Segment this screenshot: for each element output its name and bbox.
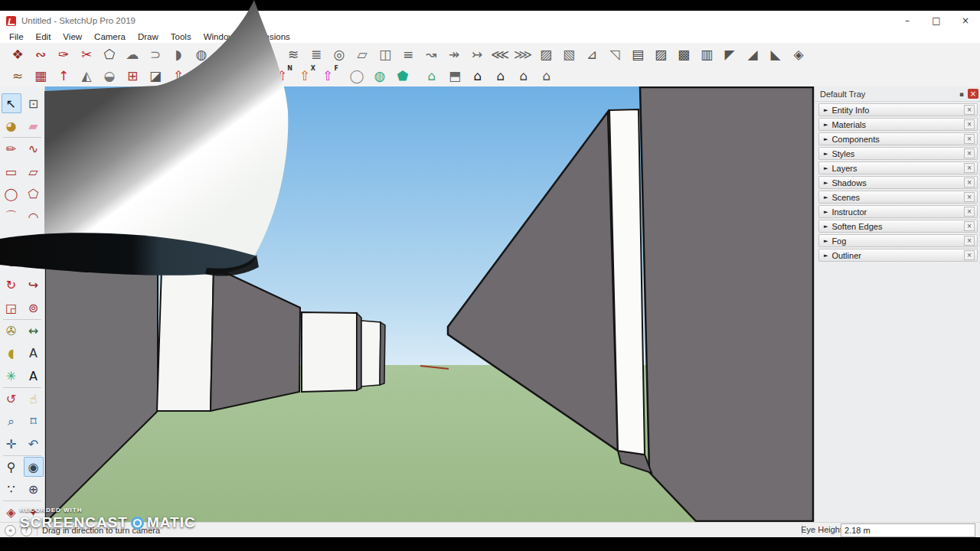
arc-3pt-tool[interactable]: ⌓ [2,230,21,249]
mesh-box-icon[interactable]: ▦ [236,44,259,64]
view-left-icon[interactable]: ⌂ [535,66,558,86]
slope-arrow-2-icon[interactable]: ↠ [443,44,466,64]
menu-view[interactable]: View [57,31,88,43]
triangle-ruler-icon[interactable]: ◺ [259,44,282,64]
hatch-square-4-icon[interactable]: ▥ [695,44,718,64]
loft-waves-1-icon[interactable]: ≋ [282,44,305,64]
axes-tool[interactable]: ✳ [2,366,21,386]
sandbox-add-detail-icon[interactable]: ⊞ [121,66,144,86]
select-tool[interactable]: ↖ [2,93,21,113]
fold-corner-2-icon[interactable]: ◹ [603,44,626,64]
pipe-curve-icon[interactable]: ⊃ [144,44,167,64]
diamond-tool-icon[interactable]: ◈ [787,44,810,64]
menu-edit[interactable]: Edit [30,31,57,43]
3d-text-tool[interactable]: A [24,366,44,386]
expand-arrow-icon[interactable]: ► [824,223,828,230]
expand-arrow-icon[interactable]: ► [824,253,828,259]
tray-item-close-button[interactable]: × [964,134,975,144]
sandbox-drape-icon[interactable]: ◒ [98,66,121,86]
menu-draw[interactable]: Draw [132,31,165,43]
menu-tools[interactable]: Tools [165,31,198,43]
tray-item-outliner[interactable]: ►Outliner× [818,249,978,262]
tray-item-soften-edges[interactable]: ►Soften Edges× [818,220,978,233]
geolocation-icon[interactable]: ⌖ [5,525,16,536]
arc-segment-icon[interactable]: ⊂ [213,44,236,64]
tray-item-close-button[interactable]: × [964,119,975,129]
instant-wall-x-icon[interactable]: ⇧X [293,66,316,86]
view-front-icon[interactable]: ⌂ [466,66,489,86]
zoom-extents-tool[interactable]: ✛ [2,435,21,455]
hatch-square-2-icon[interactable]: ▨ [649,44,672,64]
wall-right-near[interactable] [640,87,813,521]
shell-surface-icon[interactable]: ◗ [167,44,190,64]
hatch-wedge-2-icon[interactable]: ◢ [741,44,764,64]
tray-item-layers[interactable]: ►Layers× [818,161,978,174]
expand-arrow-icon[interactable]: ► [824,165,828,171]
zoom-tool[interactable]: ⌕ [2,412,21,432]
expand-arrow-icon[interactable]: ► [824,122,828,128]
tray-close-button[interactable]: × [968,89,978,99]
artisan-icon[interactable]: ⬟ [391,66,414,86]
polygon-tool[interactable]: ⬠ [24,184,44,204]
eye-height-input[interactable] [841,523,975,537]
push-face-icon[interactable]: ⇧ [167,66,190,86]
scale-tool[interactable]: ◲ [2,298,21,318]
expand-arrow-icon[interactable]: ► [824,209,828,215]
move-tool[interactable]: ✥ [2,253,21,272]
rectangle-tool[interactable]: ▭ [2,161,21,181]
polygon-edit-icon[interactable]: ⬠ [98,44,121,64]
push-pull-tool[interactable]: ↥ [24,253,44,272]
menu-window[interactable]: Window [198,31,241,43]
section-plane-tool[interactable]: ⊕ [24,480,44,500]
zoom-previous-tool[interactable]: ↶ [24,435,44,455]
bezier-curve-icon[interactable]: ∾ [29,44,52,64]
stack-sheets-icon[interactable]: ≡ [397,44,420,64]
freehand-tool[interactable]: ∿ [24,139,44,158]
text-tool[interactable]: A [24,344,44,364]
dimension-tool[interactable]: ↔ [24,321,44,341]
expand-arrow-icon[interactable]: ► [824,136,828,142]
drop-tool-icon[interactable]: ◍ [368,66,391,86]
ramp-profile-icon[interactable]: ⋘ [488,44,511,64]
loft-ring-icon[interactable]: ◎ [328,44,351,64]
box-b-front-face[interactable] [157,267,214,411]
menu-camera[interactable]: Camera [88,31,132,43]
tray-pin-icon[interactable]: ▪ [959,90,964,98]
tray-item-close-button[interactable]: × [964,221,975,231]
slope-arrow-1-icon[interactable]: ↝ [420,44,443,64]
credits-icon[interactable]: ? [21,525,32,536]
tray-item-close-button[interactable]: × [964,178,975,187]
fold-sheet-icon[interactable]: ◫ [374,44,397,64]
paint-bucket-tool[interactable]: ◕ [2,116,21,136]
offset-tool[interactable]: ⊚ [24,298,44,318]
line-tool[interactable]: ✏ [2,139,21,158]
expand-arrow-icon[interactable]: ► [824,194,828,201]
hatch-square-3-icon[interactable]: ▩ [672,44,695,64]
expand-arrow-icon[interactable]: ► [824,238,828,244]
pan-tool[interactable]: ☝ [24,389,44,409]
orbit-tool[interactable]: ↺ [2,389,21,409]
fold-corner-1-icon[interactable]: ⊿ [580,44,603,64]
tray-item-fog[interactable]: ►Fog× [818,234,978,247]
loft-waves-2-icon[interactable]: ≣ [305,44,328,64]
tray-item-scenes[interactable]: ►Scenes× [818,191,978,204]
expand-arrow-icon[interactable]: ► [824,151,828,157]
walk-tool[interactable]: ∵ [2,480,21,500]
curve-edit-icon[interactable]: ✑ [52,44,75,64]
box-c-front-face[interactable] [302,312,357,392]
hatch-wedge-3-icon[interactable]: ◣ [764,44,787,64]
scene-canvas[interactable] [45,86,814,522]
tray-item-close-button[interactable]: × [964,192,975,202]
menu-file[interactable]: File [3,31,30,43]
soap-skin-icon[interactable]: ◯ [345,66,368,86]
follow-me-tool[interactable]: ↪ [24,276,44,295]
tray-item-close-button[interactable]: × [964,207,975,217]
model-viewport[interactable] [45,86,814,522]
box-d-front-face[interactable] [361,321,381,386]
view-right-icon[interactable]: ⌂ [489,66,512,86]
arc-2pt-tool[interactable]: ⌒ [2,207,21,227]
tray-item-close-button[interactable]: × [964,163,975,173]
tray-item-entity-info[interactable]: ►Entity Info× [818,103,978,116]
zoom-window-tool[interactable]: ⌑ [24,412,44,432]
sphere-wrap-icon[interactable]: ◍ [190,44,213,64]
